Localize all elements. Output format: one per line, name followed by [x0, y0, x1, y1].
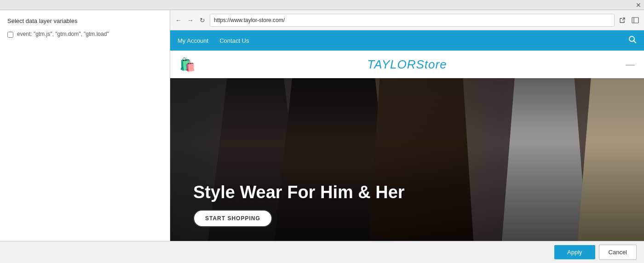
logo-bold: TAYLOR: [367, 57, 416, 71]
start-shopping-button[interactable]: START SHOPPING: [193, 210, 272, 227]
address-bar[interactable]: [210, 14, 615, 27]
panel-title: Select data layer variables: [7, 17, 162, 24]
bottom-bar: Apply Cancel: [0, 241, 644, 263]
menu-icon[interactable]: —: [626, 60, 635, 69]
nav-links: My Account Contact Us: [178, 35, 249, 46]
external-link-icon[interactable]: [617, 15, 627, 25]
forward-button[interactable]: →: [186, 16, 195, 25]
site-header: 🛍️ TAYLORStore —: [170, 51, 644, 78]
dialog: Select data layer variables event: "gtm.…: [0, 10, 644, 241]
logo-italic: Store: [416, 57, 447, 71]
hero-content: Style Wear For Him & Her START SHOPPING: [193, 183, 405, 227]
nav-contact-us[interactable]: Contact Us: [219, 35, 249, 46]
svg-rect-1: [632, 17, 638, 23]
site-logo: TAYLORStore: [367, 57, 447, 72]
cancel-button[interactable]: Cancel: [599, 245, 637, 260]
svg-line-0: [622, 18, 625, 20]
hero-title: Style Wear For Him & Her: [193, 183, 405, 202]
nav-my-account[interactable]: My Account: [178, 35, 208, 46]
browser-bar: ← → ↻: [170, 10, 644, 30]
website-preview: My Account Contact Us 🛍️ TAYLORStore —: [170, 30, 644, 241]
svg-line-4: [634, 40, 636, 43]
search-icon[interactable]: [628, 35, 637, 46]
event-checkbox-row[interactable]: event: "gtm.js", "gtm.dom", "gtm.load": [7, 31, 162, 38]
reload-button[interactable]: ↻: [198, 16, 207, 25]
logo-bag-icon: 🛍️: [179, 57, 196, 72]
event-checkbox-label: event: "gtm.js", "gtm.dom", "gtm.load": [17, 31, 109, 37]
sidebar-button[interactable]: [630, 15, 640, 25]
site-navbar: My Account Contact Us: [170, 30, 644, 51]
event-checkbox[interactable]: [7, 32, 13, 38]
left-panel: Select data layer variables event: "gtm.…: [0, 10, 170, 241]
hero-banner: Style Wear For Him & Her START SHOPPING: [170, 78, 644, 241]
title-bar: ✕: [0, 0, 644, 10]
back-button[interactable]: ←: [174, 16, 183, 25]
right-panel: ← → ↻ My Acc: [170, 10, 644, 241]
close-icon[interactable]: ✕: [636, 2, 641, 8]
apply-button[interactable]: Apply: [554, 245, 595, 259]
